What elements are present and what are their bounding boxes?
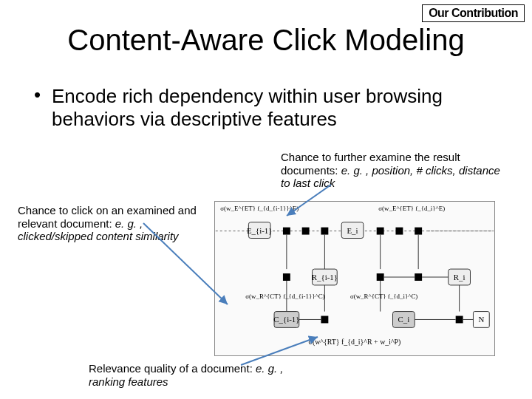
- svg-rect-3: [302, 228, 310, 235]
- svg-rect-27: [456, 316, 463, 324]
- annotation-click: Chance to click on an examined and relev…: [18, 204, 202, 243]
- label-sigma-R-left: σ(w_R^{CT} f_{d_{i-1}}^C): [245, 293, 324, 300]
- svg-rect-8: [415, 228, 422, 235]
- svg-rect-2: [283, 228, 290, 235]
- label-sigma-E-right: σ(w_E^{ET} f_{d_i}^E): [378, 205, 445, 212]
- svg-rect-18: [415, 273, 422, 281]
- page-title: Content-Aware Click Modeling: [0, 24, 532, 57]
- svg-rect-7: [395, 228, 403, 235]
- svg-rect-17: [377, 273, 384, 281]
- contribution-badge: Our Contribution: [422, 4, 525, 22]
- annotation-text: Relevance quality of a document:: [89, 362, 256, 375]
- annotation-relevance: Relevance quality of a document: e. g. ,…: [89, 362, 310, 388]
- node-C-im1: C_{i-1}: [273, 315, 299, 324]
- node-C-i: C_i: [398, 315, 410, 324]
- label-sigma-bottom: σ(w^{RT} f_{d_i}^R + w_i^P): [309, 338, 401, 347]
- annotation-text: Chance to click on an examined and relev…: [18, 204, 197, 230]
- node-R-im1: R_{i-1}: [312, 273, 338, 282]
- model-diagram: σ(w_E^{ET} f_{d_{i-1}}^E) σ(w_E^{ET} f_{…: [214, 201, 495, 356]
- bullet-item: Encode rich dependency within user brows…: [34, 85, 498, 130]
- node-E-i: E_i: [347, 226, 358, 235]
- label-sigma-R-right: σ(w_R^{CT} f_{d_i}^C): [350, 293, 417, 300]
- node-E-im1: E_{i-1}: [247, 226, 273, 235]
- svg-rect-16: [283, 273, 290, 281]
- node-N: N: [478, 315, 484, 324]
- svg-rect-26: [321, 316, 328, 324]
- svg-rect-4: [321, 228, 328, 235]
- annotation-examine: Chance to further examine the result doc…: [281, 151, 502, 190]
- bullet-list: Encode rich dependency within user brows…: [34, 85, 498, 130]
- svg-rect-6: [377, 228, 384, 235]
- node-R-i: R_i: [454, 273, 466, 282]
- label-sigma-E-left: σ(w_E^{ET} f_{d_{i-1}}^E): [220, 205, 299, 212]
